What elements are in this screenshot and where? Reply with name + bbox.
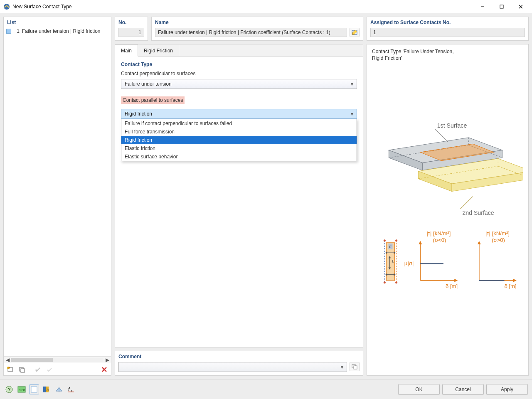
scroll-right-icon[interactable]: ▶ xyxy=(104,357,110,363)
preview-panel: Contact Type 'Failure Under Tension, Rig… xyxy=(367,44,529,376)
dropdown-option[interactable]: Elastic surface behavior xyxy=(121,153,357,161)
parallel-combo-value: Rigid friction xyxy=(125,111,152,117)
svg-text:A: A xyxy=(47,388,49,392)
svg-text:δ [m]: δ [m] xyxy=(446,283,458,289)
tab-main-label: Main xyxy=(121,48,132,54)
name-value: Failure under tension | Rigid friction |… xyxy=(158,30,330,35)
units-button[interactable]: 0,00 xyxy=(17,384,27,394)
svg-marker-49 xyxy=(419,241,422,244)
svg-point-34 xyxy=(384,281,386,283)
chevron-down-icon: ▼ xyxy=(340,365,344,369)
comment-label: Comment xyxy=(118,354,360,360)
perp-label: Contact perpendicular to surfaces xyxy=(121,71,357,76)
maximize-button[interactable] xyxy=(492,0,511,13)
chevron-down-icon: ▼ xyxy=(350,112,354,116)
svg-text:?: ? xyxy=(8,387,11,392)
apply-button[interactable]: Apply xyxy=(486,384,528,395)
help-button[interactable]: ? xyxy=(4,384,14,394)
svg-line-28 xyxy=(460,197,473,209)
list-panel: List 1 Failure under tension | Rigid fri… xyxy=(3,17,111,376)
tab-container: Main Rigid Friction Contact Type Contact… xyxy=(115,44,363,347)
svg-rect-13 xyxy=(354,366,357,369)
ok-button[interactable]: OK xyxy=(398,384,440,395)
middle-left: Main Rigid Friction Contact Type Contact… xyxy=(115,44,363,376)
tab-bar: Main Rigid Friction xyxy=(115,44,363,57)
tab-rigid-friction[interactable]: Rigid Friction xyxy=(138,44,179,56)
edit-name-button[interactable] xyxy=(350,28,360,37)
svg-marker-51 xyxy=(454,279,458,282)
svg-text:(σ>0): (σ>0) xyxy=(492,237,505,243)
svg-text:★: ★ xyxy=(8,366,10,369)
assigned-field-box: Assigned to Surface Contacts No. 1 xyxy=(367,17,529,41)
scroll-thumb[interactable] xyxy=(11,358,53,362)
dropdown-option[interactable]: Failure if contact perpendicular to surf… xyxy=(121,119,357,128)
dropdown-option-label: Full force transmission xyxy=(125,129,175,135)
content-area: List 1 Failure under tension | Rigid fri… xyxy=(0,13,532,379)
svg-text:0,00: 0,00 xyxy=(19,388,25,392)
no-value: 1 xyxy=(138,30,141,35)
contact-type-heading: Contact Type xyxy=(121,62,357,67)
tab-body: Contact Type Contact perpendicular to su… xyxy=(115,57,363,347)
uncheck-all-button[interactable] xyxy=(44,365,54,374)
dropdown-option-label: Rigid friction xyxy=(125,137,152,143)
list-item-text: Failure under tension | Rigid friction xyxy=(22,28,101,34)
fx-button[interactable]: fx xyxy=(66,384,76,394)
svg-marker-59 xyxy=(513,279,517,282)
font-button[interactable]: A xyxy=(42,384,52,394)
dropdown-option-label: Elastic friction xyxy=(125,145,155,151)
list-header: List xyxy=(4,17,111,27)
svg-rect-2 xyxy=(500,5,503,8)
svg-line-27 xyxy=(435,129,448,142)
perp-combo-value: Failure under tension xyxy=(125,81,172,87)
preview-title-line1: Contact Type 'Failure Under Tension, xyxy=(372,49,523,54)
svg-text:μ|σ|: μ|σ| xyxy=(404,260,414,266)
copy-item-button[interactable] xyxy=(17,365,27,374)
dropdown-option-selected[interactable]: Rigid friction xyxy=(121,136,357,144)
name-label: Name xyxy=(155,20,360,25)
no-label: No. xyxy=(118,20,144,25)
svg-marker-57 xyxy=(478,241,481,244)
svg-text:|τ| [kN/m²]: |τ| [kN/m²] xyxy=(485,230,510,236)
dropdown-option[interactable]: Elastic friction xyxy=(121,144,357,153)
dropdown-option[interactable]: Full force transmission xyxy=(121,128,357,136)
assigned-input[interactable]: 1 xyxy=(370,28,525,37)
svg-point-32 xyxy=(384,239,386,241)
right-area: No. 1 Name Failure under tension | Rigid… xyxy=(115,17,529,376)
cancel-label: Cancel xyxy=(455,387,470,392)
list-item[interactable]: 1 Failure under tension | Rigid friction xyxy=(4,27,111,35)
assigned-value: 1 xyxy=(373,30,376,35)
comment-library-button[interactable] xyxy=(350,362,360,371)
chevron-down-icon: ▼ xyxy=(350,82,354,86)
svg-text:f: f xyxy=(68,387,70,392)
assigned-label: Assigned to Surface Contacts No. xyxy=(370,20,525,25)
scroll-left-icon[interactable]: ◀ xyxy=(5,357,10,363)
list-item-index: 1 xyxy=(14,28,20,34)
surf2-label: 2nd Surface xyxy=(462,209,494,216)
minimize-button[interactable] xyxy=(473,0,492,13)
no-input[interactable]: 1 xyxy=(118,28,144,37)
color-button[interactable] xyxy=(29,384,39,394)
svg-text:|τ| [kN/m²]: |τ| [kN/m²] xyxy=(426,230,451,236)
view-button[interactable] xyxy=(54,384,64,394)
list-horizontal-scrollbar[interactable]: ◀ ▶ xyxy=(4,356,111,363)
close-button[interactable] xyxy=(511,0,530,13)
svg-point-33 xyxy=(395,239,397,241)
parallel-combo[interactable]: Rigid friction ▼ xyxy=(121,109,357,119)
tab-rigid-label: Rigid Friction xyxy=(144,48,173,54)
delete-item-button[interactable] xyxy=(99,365,109,374)
scroll-track[interactable] xyxy=(11,358,103,362)
window-title: New Surface Contact Type xyxy=(12,4,72,10)
comment-box: Comment ▼ xyxy=(115,351,363,376)
comment-input[interactable]: ▼ xyxy=(118,362,347,372)
new-item-button[interactable]: ★ xyxy=(5,365,15,374)
list-item-icon xyxy=(6,29,11,34)
title-bar: New Surface Contact Type xyxy=(0,0,532,13)
svg-rect-67 xyxy=(31,387,37,392)
name-input[interactable]: Failure under tension | Rigid friction |… xyxy=(155,28,347,37)
perp-combo[interactable]: Failure under tension ▼ xyxy=(121,79,357,89)
middle-area: Main Rigid Friction Contact Type Contact… xyxy=(115,44,529,376)
cancel-button[interactable]: Cancel xyxy=(442,384,484,395)
svg-text:δ [m]: δ [m] xyxy=(504,283,516,289)
check-all-button[interactable] xyxy=(33,365,43,374)
tab-main[interactable]: Main xyxy=(115,44,138,57)
